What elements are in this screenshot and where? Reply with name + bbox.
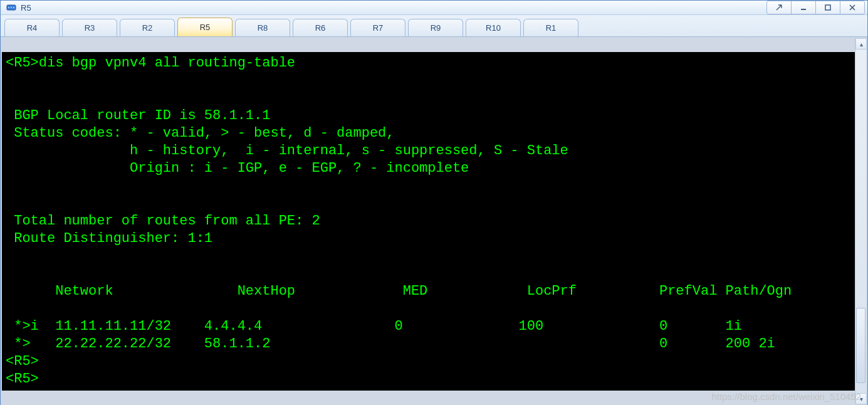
tab-label: R4	[27, 23, 38, 33]
titlebar: R5	[1, 1, 867, 15]
tab-label: R9	[431, 23, 441, 33]
vertical-scrollbar[interactable]: ▴ ▾	[855, 38, 866, 404]
terminal-container: <R5>dis bgp vpnv4 all routing-table BGP …	[1, 37, 867, 405]
window-title: R5	[21, 3, 31, 13]
tab-label: R2	[142, 23, 153, 33]
close-button[interactable]	[840, 1, 865, 14]
svg-point-1	[8, 7, 9, 8]
tab-r8[interactable]: R8	[235, 19, 290, 36]
tab-label: R6	[315, 23, 326, 33]
tab-label: R3	[85, 23, 95, 33]
popout-button[interactable]	[766, 1, 792, 14]
maximize-button[interactable]	[815, 1, 840, 14]
tab-r6[interactable]: R6	[293, 19, 348, 36]
scroll-down-arrow[interactable]: ▾	[855, 393, 867, 404]
tab-r5[interactable]: R5	[177, 18, 233, 36]
svg-point-3	[13, 7, 14, 8]
tab-label: R1	[546, 23, 557, 33]
tab-label: R10	[486, 23, 501, 33]
scroll-up-arrow[interactable]: ▴	[855, 38, 867, 50]
scroll-thumb[interactable]	[856, 308, 865, 383]
window-controls	[767, 1, 865, 14]
tab-label: R8	[258, 23, 268, 33]
tab-r4[interactable]: R4	[4, 19, 60, 36]
tab-r9[interactable]: R9	[408, 19, 463, 36]
tab-label: R5	[200, 23, 211, 32]
tab-r10[interactable]: R10	[466, 19, 521, 36]
terminal-output[interactable]: <R5>dis bgp vpnv4 all routing-table BGP …	[2, 52, 855, 391]
app-window: R5 R4R3R2R5R8R6R7R9R10R1 <R5>dis bgp vpn…	[0, 0, 868, 405]
watermark-text: https://blog.csdn.net/weixin_510452	[712, 391, 862, 402]
app-icon	[6, 2, 17, 13]
tab-r3[interactable]: R3	[62, 19, 117, 36]
svg-rect-5	[825, 5, 830, 10]
tab-r1[interactable]: R1	[523, 19, 578, 36]
tab-r7[interactable]: R7	[350, 19, 405, 36]
tab-r2[interactable]: R2	[120, 19, 175, 36]
tab-bar: R4R3R2R5R8R6R7R9R10R1	[1, 15, 867, 37]
tab-label: R7	[373, 23, 384, 33]
svg-point-2	[11, 7, 12, 8]
minimize-button[interactable]	[791, 1, 816, 14]
